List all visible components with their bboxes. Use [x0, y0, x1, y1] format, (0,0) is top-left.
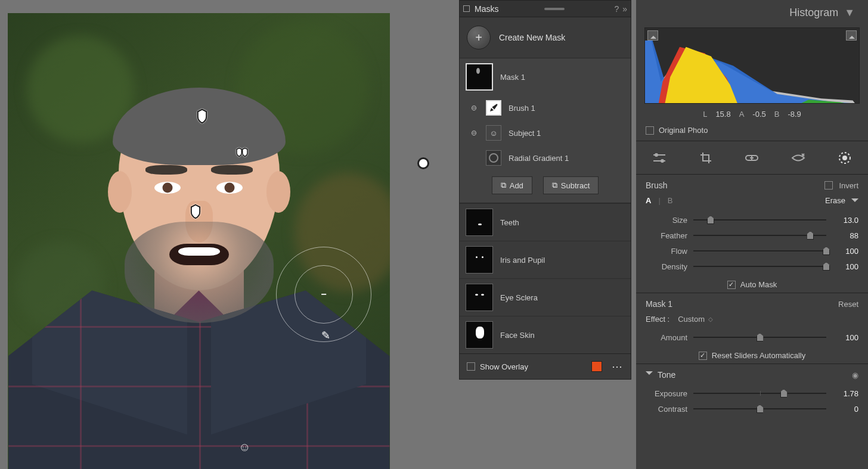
reset-button[interactable]: Reset	[838, 300, 858, 309]
tone-section-title: Tone	[658, 370, 675, 380]
reset-sliders-checkbox[interactable]	[699, 352, 707, 360]
mask-thumb	[466, 209, 493, 236]
invert-label: Invert	[839, 181, 858, 190]
subtract-from-mask-button[interactable]: ⧉Subtract	[543, 176, 599, 194]
histogram-title: Histogram	[789, 7, 838, 19]
healing-tool-icon[interactable]	[743, 150, 761, 166]
contrast-slider[interactable]	[693, 405, 826, 413]
mask-thumb	[466, 284, 493, 311]
histogram-chart[interactable]	[644, 27, 860, 104]
brush-tool-icon	[486, 100, 501, 116]
radial-tool-icon	[486, 150, 501, 166]
collapse-icon[interactable]: ▼	[844, 7, 855, 19]
masks-panel-title: Masks	[475, 4, 498, 14]
erase-mode[interactable]: Erase	[825, 196, 845, 205]
panel-grip-icon[interactable]	[544, 8, 565, 10]
mask-adjust-section: Mask 1 Reset Effect : Custom◇ Amount100 …	[636, 293, 868, 364]
redeye-tool-icon[interactable]	[789, 150, 807, 166]
add-to-mask-button[interactable]: ⧉Add	[492, 176, 532, 194]
mask-item-brush1[interactable]: ⊖ Brush 1	[460, 95, 631, 120]
auto-mask-checkbox[interactable]	[727, 281, 736, 289]
exposure-slider[interactable]	[693, 389, 826, 397]
mask-label: Mask 1	[500, 73, 525, 82]
mask-row-mask1[interactable]: Mask 1	[460, 58, 631, 95]
brush-section: Brush Invert A | B Erase Size13.0 Feathe…	[636, 175, 868, 293]
mask-row-sclera[interactable]: Eye Sclera	[460, 278, 631, 316]
edit-tool-icon[interactable]	[650, 150, 668, 166]
crop-tool-icon[interactable]	[697, 150, 715, 166]
reset-sliders-label: Reset Sliders Automatically	[712, 351, 806, 360]
mask-item-label: Subject 1	[509, 129, 541, 138]
mask-label: Face Skin	[500, 331, 535, 340]
mask-thumb	[466, 321, 493, 349]
help-icon[interactable]: ?	[614, 4, 619, 14]
mask-row-teeth[interactable]: Teeth	[460, 203, 631, 241]
mask-thumb	[466, 246, 493, 274]
collapse-icon[interactable]: »	[622, 4, 627, 14]
create-new-mask-label: Create New Mask	[499, 33, 565, 42]
disclosure-icon[interactable]	[646, 371, 653, 378]
size-slider[interactable]	[693, 216, 826, 224]
radial-gradient-pin[interactable]	[417, 157, 429, 169]
mask-label: Iris and Pupil	[500, 256, 545, 265]
more-options-icon[interactable]: ⋯	[612, 360, 624, 373]
mask-item-radial1[interactable]: Radial Gradient 1	[460, 145, 631, 170]
tone-section: Tone ◉ Exposure1.78 Contrast0	[636, 364, 868, 418]
mask-row-iris[interactable]: Iris and Pupil	[460, 241, 631, 278]
mask-item-subject1[interactable]: ⊖ ☺ Subject 1	[460, 120, 631, 145]
mask-item-label: Brush 1	[509, 104, 535, 113]
mask-label: Teeth	[500, 218, 519, 227]
masks-panel: Masks ? » + Create New Mask Mask 1 ⊖ Bru…	[459, 0, 631, 380]
show-overlay-checkbox[interactable]	[467, 362, 475, 371]
photo-canvas[interactable]: − ✎ ☺	[8, 13, 390, 469]
subject-tool-icon: ☺	[486, 125, 501, 141]
mask-item-label: Radial Gradient 1	[509, 154, 569, 163]
masking-tool-icon[interactable]	[836, 150, 854, 166]
amount-slider[interactable]	[693, 333, 826, 341]
subtract-icon: ⧉	[552, 181, 557, 190]
create-new-mask-button[interactable]: +	[467, 26, 491, 49]
other-masks-list: Teeth Iris and Pupil Eye Sclera Face Ski…	[460, 203, 631, 353]
mask-row-faceskin[interactable]: Face Skin	[460, 316, 631, 353]
auto-mask-label: Auto Mask	[740, 280, 777, 289]
original-photo-checkbox[interactable]	[646, 126, 654, 135]
histogram-header[interactable]: Histogram ▼	[636, 0, 868, 25]
effect-dropdown[interactable]: Custom◇	[678, 315, 713, 324]
invert-checkbox[interactable]	[824, 181, 833, 190]
mask-thumb	[466, 63, 493, 91]
subject-portrait	[74, 76, 324, 433]
original-photo-label: Original Photo	[659, 126, 708, 135]
right-panel: Histogram ▼ L15.8 A-0.5 B-8.9 Original P…	[636, 0, 868, 469]
feather-slider[interactable]	[693, 231, 826, 240]
masks-panel-header[interactable]: Masks ? »	[460, 1, 631, 17]
mask-label: Eye Sclera	[500, 293, 538, 302]
show-overlay-label: Show Overlay	[480, 362, 528, 371]
brush-preset-a[interactable]: A	[646, 196, 651, 205]
brush-section-title: Brush	[646, 181, 668, 190]
density-slider[interactable]	[693, 262, 826, 271]
overlay-color-swatch[interactable]	[591, 361, 602, 372]
brush-preset-b[interactable]: B	[668, 196, 673, 205]
visibility-icon[interactable]: ◉	[852, 371, 858, 380]
flow-slider[interactable]	[693, 247, 826, 255]
subtract-indicator-icon: ⊖	[469, 129, 479, 137]
panel-menu-icon[interactable]	[463, 5, 470, 12]
mask-section-title: Mask 1	[646, 299, 672, 309]
active-mask-group: Mask 1 ⊖ Brush 1 ⊖ ☺ Subject 1 Radial Gr…	[460, 58, 631, 203]
chevron-down-icon[interactable]	[851, 198, 858, 206]
add-icon: ⧉	[501, 181, 506, 190]
tool-strip	[636, 141, 868, 175]
effect-label: Effect :	[646, 315, 669, 324]
svg-point-10	[842, 156, 847, 160]
subtract-indicator-icon: ⊖	[469, 104, 479, 112]
lab-readout: L15.8 A-0.5 B-8.9	[636, 104, 868, 122]
